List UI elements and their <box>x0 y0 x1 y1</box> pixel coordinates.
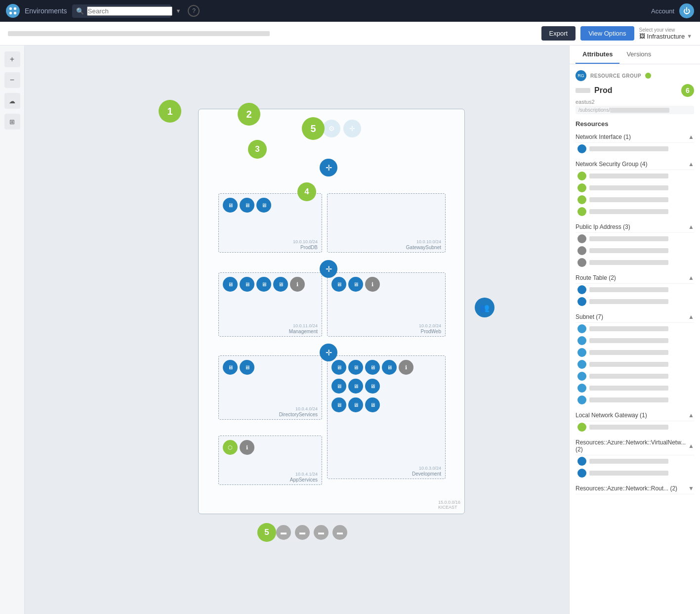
dir-vm-2[interactable]: 🖥 <box>240 360 254 375</box>
help-icon[interactable]: ? <box>188 5 200 17</box>
vm-icon-1[interactable]: 🖥 <box>223 198 238 213</box>
resource-icon-4-2 <box>577 348 586 357</box>
resource-section-header-3[interactable]: Route Table (2)▲ <box>576 272 694 284</box>
resource-item-0-0[interactable] <box>576 143 694 155</box>
account-link[interactable]: Account <box>651 7 674 15</box>
resource-item-3-0[interactable] <box>576 284 694 296</box>
resource-section-header-7[interactable]: Resources::Azure::Network::Rout... (2)▼ <box>576 483 694 494</box>
resource-icon-1-2 <box>577 195 586 204</box>
resource-item-4-2[interactable] <box>576 347 694 358</box>
dev-vm-9[interactable]: 🖥 <box>348 397 363 412</box>
app-svc-icon[interactable]: ⬡ <box>223 440 238 455</box>
mgmt-vm-2[interactable]: 🖥 <box>240 277 254 292</box>
web-info[interactable]: ℹ <box>365 277 380 292</box>
move-handle-3[interactable]: ✛ <box>320 344 337 361</box>
tab-versions[interactable]: Versions <box>619 45 658 64</box>
resource-item-6-1[interactable] <box>576 467 694 479</box>
mgmt-vm-3[interactable]: 🖥 <box>256 277 271 292</box>
dev-vm-7[interactable]: 🖥 <box>365 379 380 394</box>
resource-section-header-2[interactable]: Public Ip Address (3)▲ <box>576 221 694 233</box>
resource-item-6-0[interactable] <box>576 455 694 467</box>
resource-section-header-6[interactable]: Resources::Azure::Network::VirtualNetw..… <box>576 437 694 455</box>
dev-info[interactable]: ℹ <box>399 360 413 375</box>
dir-vm-1[interactable]: 🖥 <box>223 360 238 375</box>
resource-item-2-1[interactable] <box>576 245 694 257</box>
resource-item-3-1[interactable] <box>576 296 694 307</box>
select-view-label: Select your view <box>639 27 692 33</box>
vm-icon-3[interactable]: 🖥 <box>256 198 271 213</box>
resource-icon-4-3 <box>577 360 586 369</box>
resource-item-4-5[interactable] <box>576 382 694 394</box>
bottom-icon-2[interactable]: ▬ <box>276 525 291 540</box>
grid-button[interactable]: ⊞ <box>4 114 20 130</box>
rg-badge: 6 <box>681 84 694 97</box>
dev-vm-3[interactable]: 🖥 <box>365 360 380 375</box>
resource-item-4-1[interactable] <box>576 335 694 347</box>
resource-section-header-5[interactable]: Local Network Gateway (1)▲ <box>576 410 694 421</box>
resource-section-header-1[interactable]: Network Security Group (4)▲ <box>576 159 694 170</box>
resource-item-1-0[interactable] <box>576 170 694 182</box>
resources-title: Resources <box>576 120 694 128</box>
dev-vm-5[interactable]: 🖥 <box>331 379 346 394</box>
resource-icon-4-0 <box>577 324 586 333</box>
rg-icon: RG <box>576 70 586 81</box>
bottom-icon-4[interactable]: ▬ <box>314 525 329 540</box>
tab-attributes[interactable]: Attributes <box>576 45 619 64</box>
move-handle-1[interactable]: ✛ <box>320 159 337 176</box>
export-button[interactable]: Export <box>541 26 576 41</box>
resource-section-header-4[interactable]: Subnet (7)▲ <box>576 311 694 323</box>
external-user-icon[interactable]: 👥 <box>475 298 494 317</box>
resource-item-4-6[interactable] <box>576 394 694 406</box>
dev-vm-2[interactable]: 🖥 <box>348 360 363 375</box>
resource-name-2-1 <box>589 248 668 253</box>
resource-section-header-0[interactable]: Network Interface (1)▲ <box>576 132 694 143</box>
bottom-icon-3[interactable]: ▬ <box>295 525 310 540</box>
resource-icon-4-5 <box>577 384 586 393</box>
web-vm-2[interactable]: 🖥 <box>348 277 363 292</box>
diagram-canvas-area[interactable]: 1 2 5 ⚙ ⚙ ✛ 3 ✛ 4 🖥 <box>25 45 569 614</box>
dev-vm-10[interactable]: 🖥 <box>365 397 380 412</box>
resource-icon-3-0 <box>577 285 586 294</box>
zoom-in-button[interactable]: + <box>4 51 20 67</box>
current-page-title <box>8 31 270 36</box>
dev-vm-8[interactable]: 🖥 <box>331 397 346 412</box>
search-dropdown-chevron[interactable]: ▼ <box>176 8 181 14</box>
resource-item-2-0[interactable] <box>576 233 694 245</box>
resource-item-1-1[interactable] <box>576 182 694 194</box>
resource-icon-1-3 <box>577 207 586 216</box>
rg-name: Prod <box>594 86 677 95</box>
view-options-button[interactable]: View Options <box>580 26 634 41</box>
power-button[interactable]: ⏻ <box>679 3 694 18</box>
web-vm-1[interactable]: 🖥 <box>331 277 346 292</box>
mgmt-vm-1[interactable]: 🖥 <box>223 277 238 292</box>
mgmt-info[interactable]: ℹ <box>290 277 305 292</box>
resource-item-5-0[interactable] <box>576 421 694 433</box>
resource-icon-5-0 <box>577 423 586 432</box>
environments-nav[interactable]: Environments <box>25 7 67 15</box>
move-handle-2[interactable]: ✛ <box>320 260 337 278</box>
dev-vm-4[interactable]: 🖥 <box>382 360 397 375</box>
bottom-icon-5[interactable]: ▬ <box>332 525 347 540</box>
cloud-button[interactable]: ☁ <box>4 93 20 109</box>
resource-item-2-2[interactable] <box>576 257 694 268</box>
vm-icon-2[interactable]: 🖥 <box>240 198 254 213</box>
app-svc-info[interactable]: ℹ <box>240 440 254 455</box>
resource-group-header: RG RESOURCE GROUP <box>576 70 694 81</box>
dev-vm-6[interactable]: 🖥 <box>348 379 363 394</box>
section-chevron-3: ▲ <box>688 274 694 281</box>
dev-vm-1[interactable]: 🖥 <box>331 360 346 375</box>
resource-item-1-3[interactable] <box>576 206 694 218</box>
svg-point-3 <box>14 12 16 14</box>
resource-name-6-1 <box>589 471 668 476</box>
app-logo[interactable] <box>6 4 20 18</box>
resource-section-5: Local Network Gateway (1)▲ <box>576 410 694 433</box>
view-dropdown-icon[interactable]: ▼ <box>687 33 692 39</box>
search-input[interactable] <box>87 6 172 16</box>
resource-item-4-4[interactable] <box>576 370 694 382</box>
zoom-out-button[interactable]: − <box>4 72 20 88</box>
resource-item-4-0[interactable] <box>576 323 694 335</box>
resource-item-4-3[interactable] <box>576 358 694 370</box>
resource-item-1-2[interactable] <box>576 194 694 206</box>
mgmt-vm-4[interactable]: 🖥 <box>273 277 288 292</box>
resource-name-4-1 <box>589 338 668 343</box>
